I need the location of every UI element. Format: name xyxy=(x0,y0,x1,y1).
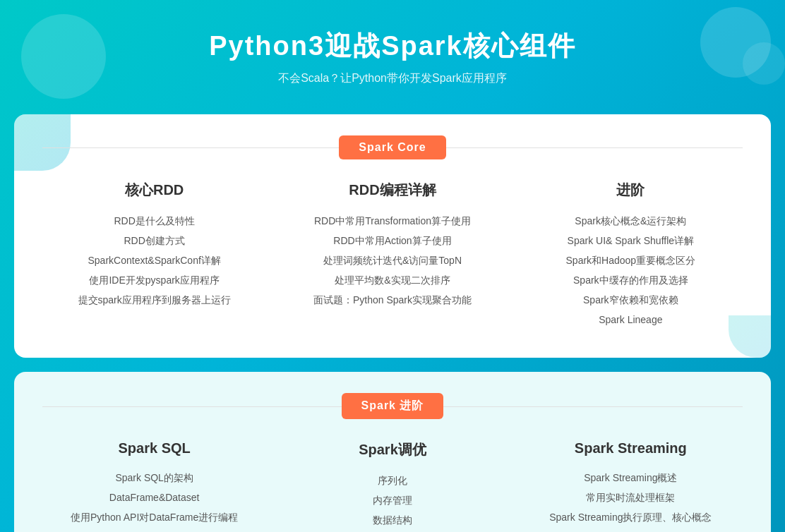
streaming-item-1: Spark Streaming概述 xyxy=(519,468,743,488)
advanced-item-2: Spark UI& Spark Shuffle详解 xyxy=(519,231,743,250)
rdd-detail-item-2: RDD中常用Action算子使用 xyxy=(280,231,504,250)
streaming-item-2: 常用实时流处理框架 xyxy=(519,488,743,507)
rdd-item-1: RDD是什么及特性 xyxy=(42,211,266,231)
page-title: Python3迎战Spark核心组件 xyxy=(14,28,771,64)
streaming-item-3: Spark Streaming执行原理、核心概念 xyxy=(519,507,743,527)
col-rdd-detail-items: RDD中常用Transformation算子使用 RDD中常用Action算子使… xyxy=(280,211,504,310)
rdd-item-5: 提交spark应用程序到服务器上运行 xyxy=(42,290,266,310)
col-rdd-detail: RDD编程详解 RDD中常用Transformation算子使用 RDD中常用A… xyxy=(280,181,504,330)
col-spark-sql-items: Spark SQL的架构 DataFrame&Dataset 使用Python … xyxy=(42,468,266,532)
col-spark-sql: Spark SQL Spark SQL的架构 DataFrame&Dataset… xyxy=(42,440,266,532)
col-advanced-title: 进阶 xyxy=(519,181,743,200)
rdd-item-2: RDD创建方式 xyxy=(42,231,266,250)
deco-circle-right2 xyxy=(743,42,785,85)
advanced-item-4: Spark中缓存的作用及选择 xyxy=(519,270,743,290)
tuning-item-3: 数据结构 xyxy=(280,510,504,530)
header: Python3迎战Spark核心组件 不会Scala？让Python带你开发Sp… xyxy=(0,0,785,107)
streaming-item-4: 使用PySpark API对Spark Streaming编程 xyxy=(519,527,743,532)
sql-item-2: DataFrame&Dataset xyxy=(42,488,266,507)
sql-item-4: Spark SQL常见的认识错误及纠正 xyxy=(42,527,266,532)
advanced-item-5: Spark窄依赖和宽依赖 xyxy=(519,290,743,310)
col-advanced-items: Spark核心概念&运行架构 Spark UI& Spark Shuffle详解… xyxy=(519,211,743,330)
tuning-item-1: 序列化 xyxy=(280,471,504,490)
spark-advanced-card: Spark 进阶 Spark SQL Spark SQL的架构 DataFram… xyxy=(14,372,771,532)
rdd-detail-item-4: 处理平均数&实现二次排序 xyxy=(280,270,504,290)
spark-core-card: Spark Core 核心RDD RDD是什么及特性 RDD创建方式 Spark… xyxy=(14,114,771,358)
advanced-item-6: Spark Lineage xyxy=(519,310,743,330)
spark-core-badge-wrap: Spark Core xyxy=(42,135,743,159)
deco-circle-left xyxy=(21,14,106,99)
col-rdd-detail-title: RDD编程详解 xyxy=(280,181,504,200)
page-subtitle: 不会Scala？让Python带你开发Spark应用程序 xyxy=(14,71,771,86)
advanced-item-3: Spark和Hadoop重要概念区分 xyxy=(519,250,743,270)
col-spark-tuning-items: 序列化 内存管理 数据结构 广播变量 数据本地性 xyxy=(280,471,504,532)
rdd-detail-item-1: RDD中常用Transformation算子使用 xyxy=(280,211,504,231)
rdd-detail-item-5: 面试题：Python Spark实现聚合功能 xyxy=(280,290,504,310)
col-rdd-core-title: 核心RDD xyxy=(42,181,266,200)
col-spark-tuning: Spark调优 序列化 内存管理 数据结构 广播变量 数据本地性 xyxy=(280,440,504,532)
col-spark-streaming-items: Spark Streaming概述 常用实时流处理框架 Spark Stream… xyxy=(519,468,743,532)
col-advanced: 进阶 Spark核心概念&运行架构 Spark UI& Spark Shuffl… xyxy=(519,181,743,330)
col-spark-streaming: Spark Streaming Spark Streaming概述 常用实时流处… xyxy=(519,440,743,532)
col-spark-tuning-title: Spark调优 xyxy=(280,440,504,459)
card-deco-right xyxy=(729,315,771,358)
sql-item-3: 使用Python API对DataFrame进行编程 xyxy=(42,507,266,527)
spark-advanced-grid: Spark SQL Spark SQL的架构 DataFrame&Dataset… xyxy=(42,440,743,532)
rdd-detail-item-3: 处理词频统计迭代&访问量TopN xyxy=(280,250,504,270)
spark-core-badge: Spark Core xyxy=(339,135,445,159)
page-wrapper: Python3迎战Spark核心组件 不会Scala？让Python带你开发Sp… xyxy=(0,0,785,532)
rdd-item-4: 使用IDE开发pyspark应用程序 xyxy=(42,270,266,290)
col-spark-sql-title: Spark SQL xyxy=(42,440,266,457)
col-rdd-core-items: RDD是什么及特性 RDD创建方式 SparkContext&SparkConf… xyxy=(42,211,266,310)
spark-advanced-badge: Spark 进阶 xyxy=(342,393,444,419)
spark-core-grid: 核心RDD RDD是什么及特性 RDD创建方式 SparkContext&Spa… xyxy=(42,181,743,330)
spark-advanced-badge-wrap: Spark 进阶 xyxy=(42,393,743,419)
col-spark-streaming-title: Spark Streaming xyxy=(519,440,743,457)
advanced-item-1: Spark核心概念&运行架构 xyxy=(519,211,743,231)
col-rdd-core: 核心RDD RDD是什么及特性 RDD创建方式 SparkContext&Spa… xyxy=(42,181,266,330)
rdd-item-3: SparkContext&SparkConf详解 xyxy=(42,250,266,270)
sql-item-1: Spark SQL的架构 xyxy=(42,468,266,488)
tuning-item-2: 内存管理 xyxy=(280,490,504,510)
